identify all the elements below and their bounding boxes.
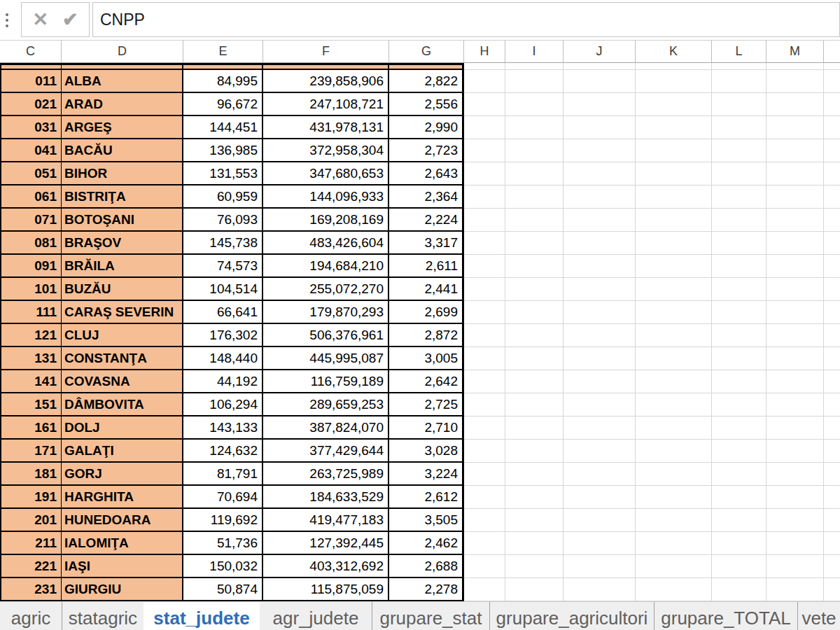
empty-cell[interactable] bbox=[766, 139, 824, 162]
cell-col-g[interactable]: 2,990 bbox=[389, 116, 464, 139]
cell-county-name[interactable]: BISTRIŢA bbox=[62, 186, 183, 209]
empty-cell[interactable] bbox=[564, 255, 636, 278]
cell-col-g[interactable]: 2,611 bbox=[389, 255, 464, 278]
sheet-tab-agr_judete[interactable]: agr_judete bbox=[260, 602, 372, 630]
cell-col-f[interactable]: 239,858,906 bbox=[263, 70, 389, 93]
empty-cell[interactable] bbox=[564, 301, 636, 324]
empty-cell[interactable] bbox=[766, 278, 824, 301]
empty-cell[interactable] bbox=[766, 416, 824, 440]
empty-cell[interactable] bbox=[464, 370, 505, 393]
empty-cell[interactable] bbox=[464, 278, 505, 301]
cell-col-f[interactable]: 372,958,304 bbox=[263, 139, 389, 162]
empty-cell[interactable] bbox=[505, 139, 564, 162]
empty-cell[interactable] bbox=[766, 532, 824, 555]
cell[interactable] bbox=[712, 63, 766, 70]
empty-cell[interactable] bbox=[505, 509, 564, 532]
empty-cell[interactable] bbox=[636, 578, 712, 601]
empty-cell[interactable] bbox=[712, 93, 766, 116]
empty-cell[interactable] bbox=[712, 255, 766, 278]
cell-county-name[interactable]: HARGHITA bbox=[62, 486, 183, 509]
empty-cell[interactable] bbox=[712, 509, 766, 532]
column-header-K[interactable]: K bbox=[636, 41, 712, 63]
empty-cell[interactable] bbox=[636, 301, 712, 324]
empty-cell[interactable] bbox=[636, 116, 712, 139]
cell-col-f[interactable]: 377,429,644 bbox=[263, 440, 389, 463]
cell-col-f[interactable]: 144,096,933 bbox=[263, 186, 389, 209]
empty-cell[interactable] bbox=[505, 232, 564, 255]
sheet-tab-grupare_agricultori[interactable]: grupare_agricultori bbox=[489, 602, 654, 630]
cell-col-g[interactable]: 2,723 bbox=[389, 139, 464, 162]
cell-col-f[interactable]: 431,978,131 bbox=[263, 116, 389, 139]
sheet-tab-statagric[interactable]: statagric bbox=[62, 602, 144, 630]
empty-cell[interactable] bbox=[464, 509, 505, 532]
empty-cell[interactable] bbox=[636, 486, 712, 509]
empty-cell[interactable] bbox=[464, 532, 505, 555]
cell-col-f[interactable]: 179,870,293 bbox=[263, 301, 389, 324]
empty-cell[interactable] bbox=[766, 324, 824, 347]
cell-col-f[interactable]: 483,426,604 bbox=[263, 232, 389, 255]
empty-cell[interactable] bbox=[505, 255, 564, 278]
cell-col-g[interactable]: 2,822 bbox=[389, 70, 464, 93]
cell-col-e[interactable]: 76,093 bbox=[183, 209, 263, 232]
column-header-I[interactable]: I bbox=[505, 41, 564, 63]
cell-col-f[interactable]: 194,684,210 bbox=[263, 255, 389, 278]
cell-col-f[interactable]: 115,875,059 bbox=[263, 578, 389, 601]
cell[interactable] bbox=[464, 63, 505, 70]
empty-cell[interactable] bbox=[505, 555, 564, 578]
empty-cell[interactable] bbox=[766, 440, 824, 463]
empty-cell[interactable] bbox=[712, 324, 766, 347]
cell-county-code[interactable]: 071 bbox=[0, 209, 62, 232]
cell-col-e[interactable]: 145,738 bbox=[183, 232, 263, 255]
column-header-J[interactable]: J bbox=[564, 41, 636, 63]
empty-cell[interactable] bbox=[766, 232, 824, 255]
empty-cell[interactable] bbox=[564, 578, 636, 601]
cell-county-name[interactable]: IAŞI bbox=[62, 555, 183, 578]
empty-cell[interactable] bbox=[712, 555, 766, 578]
cell[interactable] bbox=[505, 63, 564, 70]
empty-cell[interactable] bbox=[636, 186, 712, 209]
cell-col-g[interactable]: 2,612 bbox=[389, 486, 464, 509]
empty-cell[interactable] bbox=[636, 324, 712, 347]
empty-cell[interactable] bbox=[505, 486, 564, 509]
empty-cell[interactable] bbox=[636, 347, 712, 370]
cell-col-g[interactable]: 2,441 bbox=[389, 278, 464, 301]
cell-county-name[interactable]: HUNEDOARA bbox=[62, 509, 183, 532]
empty-cell[interactable] bbox=[505, 324, 564, 347]
sheet-tab-grupare_TOTAL[interactable]: grupare_TOTAL bbox=[654, 602, 797, 630]
empty-cell[interactable] bbox=[464, 301, 505, 324]
empty-cell[interactable] bbox=[712, 347, 766, 370]
cell-col-f[interactable]: 403,312,692 bbox=[263, 555, 389, 578]
empty-cell[interactable] bbox=[636, 70, 712, 93]
empty-cell[interactable] bbox=[766, 578, 824, 601]
sheet-tab-grupare_stat[interactable]: grupare_stat bbox=[372, 602, 489, 630]
empty-cell[interactable] bbox=[564, 532, 636, 555]
empty-cell[interactable] bbox=[464, 578, 505, 601]
grip-dots-icon[interactable] bbox=[6, 13, 8, 27]
empty-cell[interactable] bbox=[766, 186, 824, 209]
cell-col-g[interactable]: 3,005 bbox=[389, 347, 464, 370]
empty-cell[interactable] bbox=[712, 578, 766, 601]
cell-col-e[interactable]: 144,451 bbox=[183, 116, 263, 139]
cell[interactable] bbox=[389, 63, 464, 70]
cell-col-e[interactable]: 60,959 bbox=[183, 186, 263, 209]
cell-county-code[interactable]: 131 bbox=[0, 347, 62, 370]
column-header-E[interactable]: E bbox=[183, 41, 263, 63]
empty-cell[interactable] bbox=[505, 186, 564, 209]
empty-cell[interactable] bbox=[712, 162, 766, 186]
cell-county-name[interactable]: ALBA bbox=[62, 70, 183, 93]
empty-cell[interactable] bbox=[464, 555, 505, 578]
cell-county-name[interactable]: BRAŞOV bbox=[62, 232, 183, 255]
empty-cell[interactable] bbox=[712, 370, 766, 393]
cell-county-name[interactable]: BUZĂU bbox=[62, 278, 183, 301]
cell-col-e[interactable]: 131,553 bbox=[183, 162, 263, 186]
cell-col-g[interactable]: 3,505 bbox=[389, 509, 464, 532]
empty-cell[interactable] bbox=[712, 70, 766, 93]
cell-col-f[interactable]: 506,376,961 bbox=[263, 324, 389, 347]
cell-col-f[interactable]: 445,995,087 bbox=[263, 347, 389, 370]
cell-county-code[interactable]: 161 bbox=[0, 416, 62, 440]
empty-cell[interactable] bbox=[564, 186, 636, 209]
cell-county-name[interactable]: COVASNA bbox=[62, 370, 183, 393]
cell-col-f[interactable]: 247,108,721 bbox=[263, 93, 389, 116]
empty-cell[interactable] bbox=[636, 463, 712, 486]
empty-cell[interactable] bbox=[712, 393, 766, 416]
